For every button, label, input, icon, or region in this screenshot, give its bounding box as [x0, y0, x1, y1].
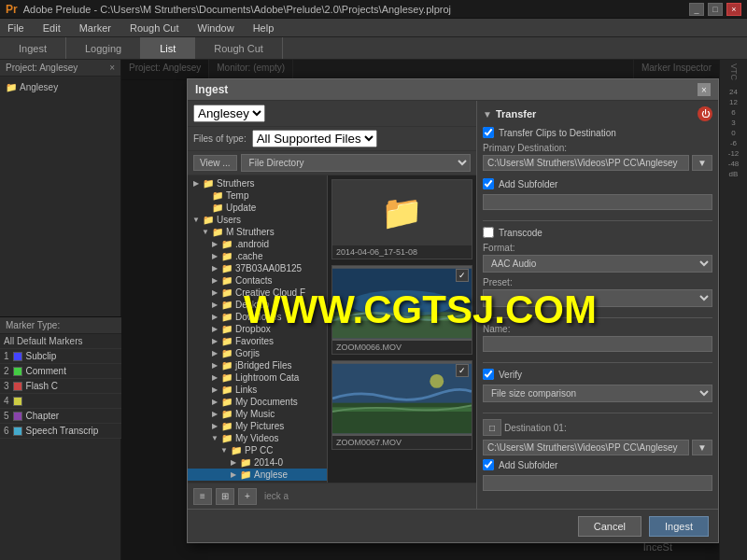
tree-mymusic[interactable]: ▶📁My Music — [188, 408, 327, 420]
verify-checkbox[interactable] — [483, 369, 494, 380]
transfer-panel: ▼ Transfer ⏻ Transfer Clips to Destinati… — [477, 101, 718, 509]
transfer-clips-checkbox-row: Transfer Clips to Destination — [483, 127, 712, 138]
marker-item-3[interactable]: 3 Flash C — [0, 379, 121, 394]
minimize-button[interactable]: _ — [689, 3, 704, 16]
tab-ingest[interactable]: Ingest — [0, 37, 66, 59]
tree-mypictures[interactable]: ▶📁My Pictures — [188, 420, 327, 432]
marker-item-5[interactable]: 5 Chapter — [0, 409, 121, 424]
browser-controls: View ... File Directory — [188, 151, 476, 175]
file-browser: Anglesey Files of type: All Supported Fi… — [188, 101, 477, 509]
menu-rough-cut[interactable]: Rough Cut — [126, 21, 183, 35]
marker-type-title: Marker Type: — [0, 317, 121, 334]
tree-jbridged[interactable]: ▶📁jBridged Files — [188, 359, 327, 371]
menu-help[interactable]: Help — [249, 21, 278, 35]
add-button[interactable]: + — [238, 488, 257, 505]
preset-label: Preset: — [483, 277, 712, 287]
primary-dest-field[interactable] — [483, 155, 689, 171]
dest01-header-row: □ Destination 01: — [483, 419, 712, 436]
tree-downloads[interactable]: ▶📁Downloads — [188, 311, 327, 323]
add-subfolder2-checkbox[interactable] — [483, 459, 494, 470]
tree-temp[interactable]: 📁Temp — [188, 189, 327, 202]
tree-users[interactable]: ▼📁Users — [188, 214, 327, 226]
subfolder-field[interactable]: 2014-04-06_20-57-04 — [483, 194, 712, 210]
primary-dest-label: Primary Destination: — [483, 143, 712, 153]
thumb-folder[interactable]: 📁 2014-04-06_17-51-08 — [331, 179, 472, 259]
tree-lightroom[interactable]: ▶📁Lightroom Cata — [188, 371, 327, 384]
thumb-zoom0066[interactable]: ZOOM0066.MOV ✓ — [331, 265, 472, 355]
verify-method-dropdown[interactable]: File size comparison — [483, 385, 712, 402]
thumb-check-1[interactable]: ✓ — [456, 269, 469, 282]
thumb-view-button[interactable]: ⊞ — [216, 488, 234, 505]
tree-desktop[interactable]: ▶📁Desktop — [188, 299, 327, 311]
tree-creative-cloud[interactable]: ▶📁Creative Cloud F — [188, 287, 327, 299]
tree-anglesey[interactable]: ▶📁Anglese — [188, 469, 327, 481]
marker-color-4 — [13, 397, 22, 406]
format-dropdown[interactable]: AAC Audio — [483, 255, 712, 273]
marker-color-5 — [13, 412, 22, 421]
tree-37b[interactable]: ▶📁37B03AA0B125 — [188, 262, 327, 274]
project-item[interactable]: 📁 Anglesey — [4, 80, 117, 94]
thumb-check-2[interactable]: ✓ — [456, 364, 469, 377]
name-field[interactable] — [483, 336, 712, 352]
view-mode-dropdown[interactable]: File Directory — [241, 154, 471, 172]
tree-myvideos[interactable]: ▼📁My Videos — [188, 432, 327, 444]
dest01-browse[interactable]: ▼ — [692, 440, 712, 455]
tab-logging[interactable]: Logging — [66, 37, 141, 59]
folder-dropdown[interactable]: Anglesey — [193, 105, 265, 122]
files-type-dropdown[interactable]: All Supported Files — [252, 130, 377, 147]
marker-item-6[interactable]: 6 Speech Transcrip — [0, 424, 121, 439]
transfer-power-button[interactable]: ⏻ — [698, 106, 712, 121]
tab-list[interactable]: List — [141, 37, 195, 59]
tree-ppcc[interactable]: ▼📁PP CC — [188, 444, 327, 456]
tree-gorjis[interactable]: ▶📁Gorjis — [188, 347, 327, 359]
tree-2014[interactable]: ▶📁2014-0 — [188, 456, 327, 469]
transcode-checkbox[interactable] — [483, 227, 494, 238]
dest01-toggle[interactable]: □ — [483, 419, 501, 436]
dialog-close-button[interactable]: × — [698, 83, 711, 96]
menu-window[interactable]: Window — [194, 21, 238, 35]
transfer-clips-checkbox[interactable] — [483, 127, 494, 138]
ingest-button[interactable]: Ingest — [649, 516, 709, 537]
primary-dest-section: Primary Destination: ▼ — [483, 143, 712, 171]
add-subfolder-checkbox-row: Add Subfolder — [483, 178, 712, 189]
panel-close-icon[interactable]: × — [109, 63, 115, 73]
tree-update[interactable]: 📁Update — [188, 202, 327, 214]
name-label: Name: — [483, 324, 712, 334]
marker-item-4[interactable]: 4 — [0, 394, 121, 409]
marker-label-2: Comment — [26, 366, 66, 376]
transfer-clips-label: Transfer Clips to Destination — [499, 128, 616, 138]
tree-favorites[interactable]: ▶📁Favorites — [188, 335, 327, 347]
tree-links[interactable]: ▶📁Links — [188, 384, 327, 396]
marker-label-3: Flash C — [26, 381, 58, 391]
tree-mstruthers[interactable]: ▼📁M Struthers — [188, 226, 327, 238]
add-subfolder-label: Add Subfolder — [499, 179, 557, 189]
marker-item-2[interactable]: 2 Comment — [0, 364, 121, 379]
preset-dropdown[interactable] — [483, 289, 712, 307]
main-content: Project: Anglesey Monitor: (empty) Marke… — [121, 60, 719, 560]
maximize-button[interactable]: □ — [708, 3, 723, 16]
dest01-field[interactable] — [483, 440, 689, 455]
tree-struthers[interactable]: ▶📁Struthers — [188, 177, 327, 189]
transfer-toggle[interactable]: ▼ — [483, 109, 492, 119]
add-subfolder-checkbox[interactable] — [483, 178, 494, 189]
menu-marker[interactable]: Marker — [76, 21, 115, 35]
tab-rough-cut[interactable]: Rough Cut — [195, 37, 283, 59]
marker-item-1[interactable]: 1 Subclip — [0, 349, 121, 364]
marker-label-1: Subclip — [26, 351, 57, 361]
close-button[interactable]: × — [726, 3, 741, 16]
cancel-button[interactable]: Cancel — [578, 516, 641, 537]
thumb-zoom0067[interactable]: ZOOM0067.MOV ✓ — [331, 360, 472, 450]
marker-color-1 — [13, 352, 22, 361]
tree-mydocs[interactable]: ▶📁My Documents — [188, 396, 327, 408]
tree-android[interactable]: ▶📁.android — [188, 238, 327, 250]
view-label-button[interactable]: View ... — [193, 155, 237, 171]
subfolder2-field[interactable]: 2014-04-06_20-57-0 — [483, 475, 712, 491]
primary-dest-browse[interactable]: ▼ — [692, 155, 712, 171]
menu-edit[interactable]: Edit — [39, 21, 64, 35]
menu-file[interactable]: File — [4, 21, 28, 35]
list-view-button[interactable]: ≡ — [193, 488, 212, 505]
marker-color-2 — [13, 367, 22, 376]
tree-contacts[interactable]: ▶📁Contacts — [188, 274, 327, 287]
tree-cache[interactable]: ▶📁.cache — [188, 250, 327, 262]
tree-dropbox[interactable]: ▶📁Dropbox — [188, 323, 327, 335]
